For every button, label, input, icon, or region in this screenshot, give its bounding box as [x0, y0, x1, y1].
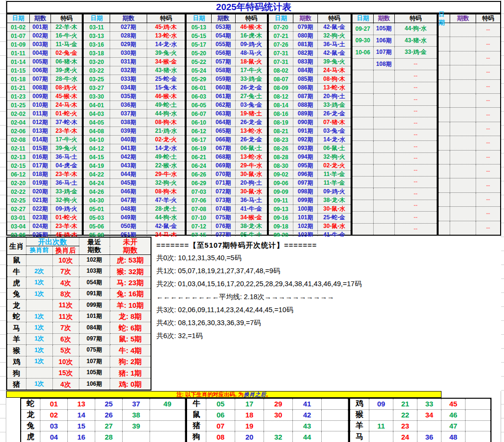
header-date[interactable]: 日期	[269, 14, 293, 23]
special-code-cell[interactable]: --	[476, 207, 500, 220]
special-code-cell[interactable]: 44-狗-水	[147, 214, 185, 222]
period-cell[interactable]: 083期	[293, 58, 318, 66]
special-code-cell[interactable]: 45-鸡-木	[147, 23, 185, 31]
date-cell[interactable]: 06-24	[187, 162, 212, 170]
header-code[interactable]: 特码	[318, 14, 351, 23]
special-code-cell[interactable]: --	[476, 136, 500, 150]
date-cell[interactable]: 01-11	[7, 49, 30, 57]
period-cell[interactable]: 096期	[293, 170, 318, 178]
header-code[interactable]: 特码	[476, 14, 500, 23]
date-cell[interactable]	[353, 153, 374, 164]
special-code-cell[interactable]: 27-兔-土	[236, 92, 267, 101]
period-cell[interactable]: 044期	[110, 170, 148, 178]
special-code-cell[interactable]: 32-狗-火	[51, 196, 82, 204]
period-cell[interactable]	[374, 224, 395, 235]
period-cell[interactable]: 059期	[212, 75, 236, 83]
period-cell[interactable]: 073期	[212, 196, 236, 204]
period-cell[interactable]: 050期	[110, 222, 148, 230]
period-cell[interactable]: 031期	[110, 58, 148, 66]
special-code-cell[interactable]: 28-牛-水	[51, 75, 82, 83]
after-change-cell[interactable]: 10次	[52, 254, 79, 265]
period-cell[interactable]: 079期	[293, 23, 318, 31]
date-cell[interactable]: 02-06	[7, 127, 30, 135]
period-cell[interactable]: 034期	[110, 84, 148, 92]
header-before-change[interactable]: 换肖前	[26, 246, 52, 254]
period-cell[interactable]: 027期	[110, 23, 148, 31]
special-code-cell[interactable]: 15-兔-木	[147, 84, 185, 92]
period-cell[interactable]: 097期	[293, 179, 318, 187]
date-cell[interactable]: 06-19	[187, 144, 212, 152]
map-number-cell[interactable]: 47	[441, 421, 466, 431]
special-code-cell[interactable]: 29-牛-水	[147, 170, 185, 178]
special-code-cell[interactable]: --	[476, 23, 500, 37]
special-code-cell[interactable]: 36-马-土	[51, 179, 82, 187]
date-cell[interactable]: 07-12	[187, 222, 212, 230]
period-cell[interactable]	[450, 164, 476, 178]
map-number-cell[interactable]: 18	[235, 410, 264, 420]
special-code-cell[interactable]: --	[476, 94, 500, 107]
date-cell[interactable]	[353, 164, 374, 176]
special-code-cell[interactable]: --	[476, 221, 500, 235]
zodiac-cell[interactable]: 马	[7, 322, 26, 333]
date-cell[interactable]: 03-22	[84, 66, 110, 75]
missing-periods-cell[interactable]: 龙: 8期	[110, 311, 151, 322]
period-cell[interactable]: 080期	[293, 32, 318, 40]
date-cell[interactable]: 06-12	[187, 127, 212, 135]
before-change-cell[interactable]: 2次	[26, 265, 52, 277]
header-code[interactable]: 特码	[236, 14, 267, 23]
map-number-cell[interactable]: 34	[417, 410, 441, 420]
map-number-cell[interactable]: 44	[293, 431, 322, 442]
map-number-cell[interactable]: 30	[264, 410, 293, 420]
special-code-cell[interactable]: 17-牛-火	[236, 66, 267, 75]
period-cell[interactable]: 072期	[212, 188, 236, 196]
after-change-cell[interactable]: 5次	[52, 345, 79, 356]
date-cell[interactable]: 06-03	[187, 92, 212, 101]
header-date[interactable]: 日期	[439, 14, 450, 23]
map-number-cell[interactable]	[264, 421, 293, 431]
period-cell[interactable]: 053期	[212, 23, 236, 31]
special-code-cell[interactable]: 34-猴-金	[236, 214, 267, 222]
recent-period-cell[interactable]: 105期	[79, 367, 110, 379]
period-cell[interactable]	[450, 80, 476, 93]
period-cell[interactable]: 011期	[30, 110, 51, 118]
date-cell[interactable]	[439, 136, 450, 150]
period-cell[interactable]: 085期	[293, 75, 318, 83]
missing-periods-cell[interactable]: 牛: 4期	[110, 345, 151, 356]
missing-periods-cell[interactable]: 马: 23期	[110, 277, 151, 288]
map-number-cell[interactable]: 48	[441, 431, 466, 442]
period-cell[interactable]	[450, 221, 476, 235]
date-cell[interactable]: 09-02	[269, 170, 293, 178]
date-cell[interactable]: 08-21	[269, 127, 293, 135]
special-code-cell[interactable]: 14-龙-水	[318, 136, 351, 144]
date-cell[interactable]: 05-24	[187, 66, 212, 75]
date-cell[interactable]	[353, 106, 374, 117]
period-cell[interactable]: 062期	[212, 101, 236, 109]
period-cell[interactable]: 035期	[110, 92, 148, 101]
special-code-cell[interactable]: 33-鸡-金	[236, 75, 267, 83]
recent-period-cell[interactable]: 075期	[79, 345, 110, 356]
special-code-cell[interactable]: --	[476, 51, 500, 65]
header-code[interactable]: 特码	[395, 14, 437, 23]
missing-periods-cell[interactable]: 羊: 10期	[110, 300, 151, 311]
special-code-cell[interactable]: 22-羊-木	[51, 23, 82, 31]
period-cell[interactable]: 014期	[30, 136, 51, 144]
map-number-cell[interactable]	[150, 421, 185, 431]
date-cell[interactable]	[439, 207, 450, 220]
date-cell[interactable]: 07-03	[187, 188, 212, 196]
period-cell[interactable]: 065期	[212, 127, 236, 135]
period-cell[interactable]: 088期	[293, 101, 318, 109]
after-change-cell[interactable]: 10次	[52, 356, 79, 367]
date-cell[interactable]: 08-09	[269, 84, 293, 92]
map-number-cell[interactable]: 08	[206, 431, 235, 442]
map-zodiac-cell[interactable]: 猴	[350, 410, 369, 420]
period-cell[interactable]	[450, 108, 476, 121]
date-cell[interactable]: 01-18	[7, 75, 30, 83]
period-cell[interactable]: 016期	[30, 153, 51, 161]
special-code-cell[interactable]: 30-鼠-水	[318, 205, 351, 213]
period-cell[interactable]: 060期	[212, 84, 236, 92]
date-cell[interactable]: 02-22	[7, 188, 30, 196]
special-code-cell[interactable]: 49-蛇-土	[147, 101, 185, 109]
period-cell[interactable]	[450, 65, 476, 79]
map-number-cell[interactable]: 22	[393, 410, 417, 420]
date-cell[interactable]: 02-02	[7, 110, 30, 118]
